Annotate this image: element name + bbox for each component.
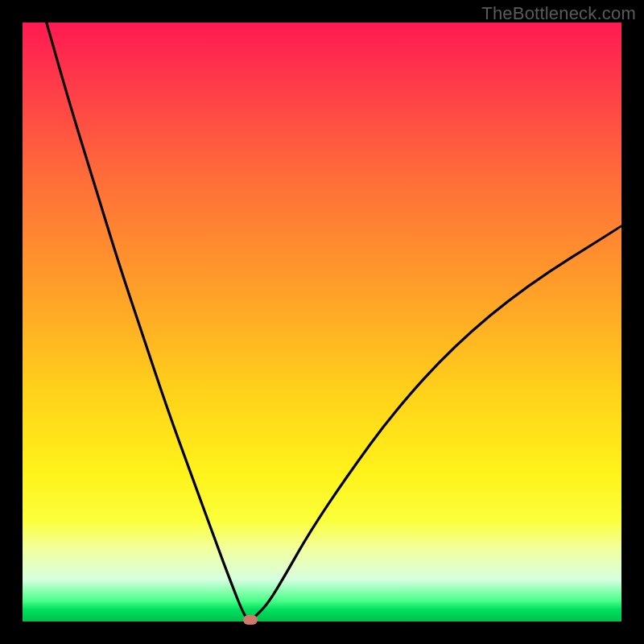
watermark-text: TheBottleneck.com: [481, 3, 636, 24]
plot-area: [23, 23, 621, 621]
minimum-marker: [243, 615, 258, 625]
chart-frame: TheBottleneck.com: [0, 0, 644, 644]
bottleneck-curve: [23, 23, 621, 621]
